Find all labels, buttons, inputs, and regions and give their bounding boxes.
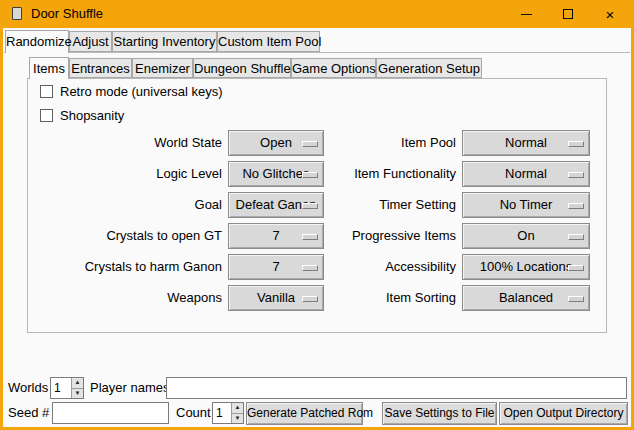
goal-label: Goal: [30, 192, 222, 218]
seed-input[interactable]: [52, 402, 169, 424]
titlebar: Door Shuffle ×: [0, 0, 634, 28]
world-state-label: World State: [30, 130, 222, 156]
item-sorting-value: Balanced: [499, 290, 553, 305]
app-icon: [9, 6, 25, 22]
shopsanity-label: Shopsanity: [60, 108, 124, 123]
minimize-icon: [521, 14, 532, 15]
item-sorting-dropdown[interactable]: Balanced: [462, 285, 590, 311]
maximize-button[interactable]: [547, 0, 589, 28]
logic-level-label: Logic Level: [30, 161, 222, 187]
tab-dungeon-shuffle[interactable]: Dungeon Shuffle: [193, 58, 291, 78]
timer-setting-dropdown[interactable]: No Timer: [462, 192, 590, 218]
progressive-items-label: Progressive Items: [300, 223, 456, 249]
save-settings-button[interactable]: Save Settings to File: [382, 402, 497, 425]
retro-mode-checkbox[interactable]: [40, 85, 53, 98]
progressive-items-value: On: [517, 228, 534, 243]
tab-game-options[interactable]: Game Options: [291, 58, 376, 78]
tab-generation-setup[interactable]: Generation Setup: [376, 58, 482, 78]
timer-setting-label: Timer Setting: [300, 192, 456, 218]
crystals-harm-ganon-label: Crystals to harm Ganon: [30, 254, 222, 280]
close-icon: ×: [606, 7, 615, 22]
tab-enemizer[interactable]: Enemizer: [132, 58, 193, 78]
shopsanity-checkbox[interactable]: [40, 109, 53, 122]
spin-up-button[interactable]: ▲: [231, 403, 243, 413]
item-functionality-value: Normal: [505, 166, 547, 181]
worlds-spinner-buttons: ▲ ▼: [71, 378, 83, 398]
dropdown-indicator-icon: [568, 234, 584, 240]
spin-up-icon: ▲: [232, 403, 243, 412]
worlds-label: Worlds: [8, 377, 48, 399]
door-icon: [12, 7, 22, 20]
spin-down-icon: ▼: [232, 414, 243, 423]
dropdown-indicator-icon: [568, 141, 584, 147]
item-functionality-label: Item Functionality: [300, 161, 456, 187]
crystals-open-gt-label: Crystals to open GT: [30, 223, 222, 249]
crystals-harm-ganon-value: 7: [272, 259, 279, 274]
tab-randomize[interactable]: Randomize: [5, 30, 69, 53]
accessibility-dropdown[interactable]: 100% Locations: [462, 254, 590, 280]
count-input[interactable]: [213, 403, 231, 423]
spin-up-icon: ▲: [72, 378, 83, 387]
item-functionality-dropdown[interactable]: Normal: [462, 161, 590, 187]
count-spinner[interactable]: ▲ ▼: [212, 402, 244, 424]
weapons-label: Weapons: [30, 285, 222, 311]
spin-up-button[interactable]: ▲: [71, 378, 83, 388]
item-pool-value: Normal: [505, 135, 547, 150]
weapons-value: Vanilla: [257, 290, 295, 305]
tab-items[interactable]: Items: [29, 57, 69, 79]
spin-down-icon: ▼: [72, 389, 83, 398]
count-label: Count: [176, 402, 211, 424]
dropdown-indicator-icon: [568, 265, 584, 271]
dropdown-indicator-icon: [568, 203, 584, 209]
progressive-items-dropdown[interactable]: On: [462, 223, 590, 249]
generate-patched-rom-button[interactable]: Generate Patched Rom: [246, 402, 363, 425]
count-spinner-buttons: ▲ ▼: [231, 403, 243, 423]
open-output-directory-button[interactable]: Open Output Directory: [499, 402, 628, 425]
spin-down-button[interactable]: ▼: [71, 388, 83, 398]
player-names-label: Player names: [90, 377, 166, 399]
item-pool-dropdown[interactable]: Normal: [462, 130, 590, 156]
item-pool-label: Item Pool: [300, 130, 456, 156]
close-button[interactable]: ×: [589, 0, 631, 28]
tab-starting-inventory[interactable]: Starting Inventory: [112, 31, 217, 52]
minimize-button[interactable]: [505, 0, 547, 28]
tab-adjust[interactable]: Adjust: [69, 31, 112, 52]
maximize-icon: [563, 9, 573, 19]
worlds-spinner[interactable]: ▲ ▼: [50, 377, 84, 399]
worlds-input[interactable]: [51, 378, 71, 398]
seed-label: Seed #: [8, 402, 50, 424]
world-state-value: Open: [260, 135, 292, 150]
randomize-panel-border: [4, 52, 630, 53]
item-sorting-label: Item Sorting: [300, 285, 456, 311]
accessibility-value: 100% Locations: [480, 259, 573, 274]
retro-mode-label: Retro mode (universal keys): [60, 84, 223, 99]
window: Door Shuffle × Randomize Adjust Starting…: [0, 0, 634, 430]
crystals-open-gt-value: 7: [272, 228, 279, 243]
tab-entrances[interactable]: Entrances: [69, 58, 132, 78]
accessibility-label: Accessibility: [300, 254, 456, 280]
timer-setting-value: No Timer: [500, 197, 553, 212]
dropdown-indicator-icon: [568, 172, 584, 178]
tab-custom-item-pool[interactable]: Custom Item Pool: [217, 31, 320, 52]
window-title: Door Shuffle: [31, 0, 103, 28]
spin-down-button[interactable]: ▼: [231, 413, 243, 423]
dropdown-indicator-icon: [568, 296, 584, 302]
player-names-input[interactable]: [166, 377, 627, 399]
